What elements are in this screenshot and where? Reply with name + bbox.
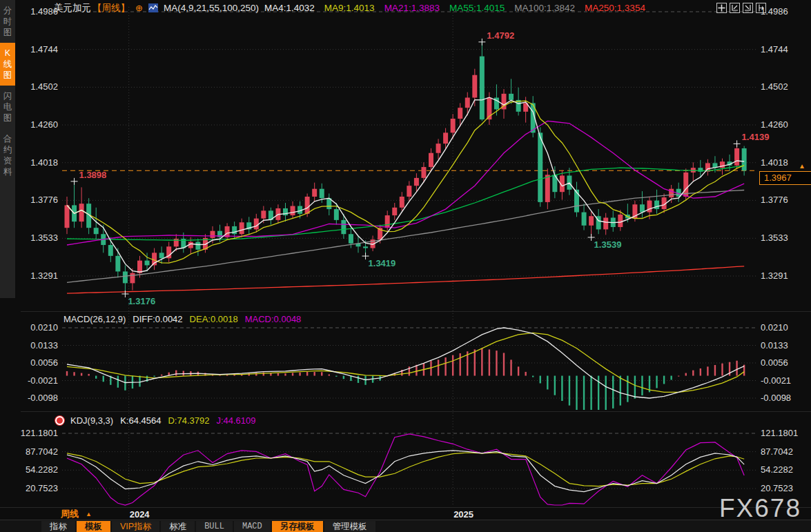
low-price-label: 1.3176 [128,296,155,306]
period-arrow-icon: ▲ [86,511,92,518]
ma-value-label: MA250:1.3354 [585,3,645,13]
high-price-label: 1.4792 [487,30,514,41]
ma-value-label: MA9:1.4013 [324,3,375,13]
axis-tick-label: 0.0133 [761,340,805,351]
axis-tick-label: 20.7523 [761,483,805,493]
ma-indicator-icon [148,3,158,12]
fit-left-icon[interactable] [730,3,740,13]
axis-tick-label: 1.4502 [761,81,805,92]
macd-value-label: DIFF:0.0042 [133,314,182,324]
axis-tick-label: 1.3533 [19,233,58,243]
axis-tick-label: 1.4744 [19,44,58,55]
axis-tick-label: -0.0098 [761,393,805,403]
chart-toolbar [716,3,766,13]
axis-tick-label: 1.3291 [761,270,805,281]
pan-icon[interactable] [716,3,727,13]
bottom-tab-bar: 指标模板VIP指标标准BULLMACD另存模板管理模板 [0,520,811,532]
ma-value-label: MA55:1.4015 [449,3,505,13]
low-price-label: 1.3419 [369,258,396,268]
tabs: 指标模板VIP指标标准BULLMACD另存模板管理模板 [41,521,377,532]
high-price-label: 1.4139 [742,132,770,142]
sidebar-item-view[interactable]: 合约资料 [0,128,15,182]
period-label: 周线 [61,508,79,520]
ma-value-label: MA100:1.3842 [514,3,575,13]
tab-MACD[interactable]: MACD [234,521,271,532]
axis-tick-label: 54.2282 [761,464,805,475]
macd-title: MACD(26,12,9) [63,314,126,324]
kdj-header: KDJ(9,3,3) K:64.4564D:74.3792J:44.6109 [70,415,256,426]
kdj-value-label: D:74.3792 [168,415,209,426]
watermark: FX678 [719,494,801,523]
axis-tick-label: -0.0021 [761,375,805,386]
ma-params-label: MA(4,9,21,55,100,250) [164,3,259,13]
tab-标准[interactable]: 标准 [161,521,195,532]
axis-tick-label: 1.3291 [19,270,58,281]
axis-tick-label: 1.3776 [19,195,58,205]
axis-tick-label: 0.0056 [19,357,58,368]
macd-value-label: DEA:0.0018 [190,314,238,324]
axis-tick-label: 87.7042 [761,446,805,457]
sidebar-item-view[interactable]: 闪电图 [0,86,15,128]
price-up-arrow-icon: ▲ [799,162,805,170]
axis-tick-label: 1.4986 [761,6,805,17]
axis-tick-label: 20.7523 [19,483,58,493]
tab-BULL[interactable]: BULL [196,521,233,532]
kdj-value-label: J:44.6109 [216,415,255,426]
axis-tick-label: -0.0098 [19,393,58,403]
kdj-title: KDJ(9,3,3) [70,415,113,426]
sidebar-item-label: K线图 [3,48,12,81]
axis-tick-label: 0.0210 [761,322,805,333]
axis-tick-label: -0.0021 [19,375,58,386]
high-price-label: 1.3898 [79,170,107,180]
axis-tick-label: 1.4986 [19,6,58,17]
axis-tick-label: 1.3533 [761,233,805,243]
tab-另存模板[interactable]: 另存模板 [272,521,323,532]
axis-tick-label: 1.4018 [19,157,58,168]
current-price-label: 1.3967 [759,171,811,185]
sidebar-item-label: 分时图 [3,5,12,38]
chart-canvas[interactable] [0,0,811,532]
axis-tick-label: 1.3776 [761,195,805,205]
sidebar-item-view[interactable]: 分时图 [0,0,15,43]
kdj-value-label: K:64.4564 [120,415,161,426]
year-label: 2025 [453,509,473,520]
chart-header: 美元加元【周线】 ⊕ MA(4,9,21,55,100,250) MA4:1.4… [54,2,645,14]
sidebar: 分时图K线图闪电图合约资料 [0,0,15,298]
axis-tick-label: 121.1801 [761,428,805,438]
axis-tick-label: 87.7042 [19,446,58,457]
tab-模板[interactable]: 模板 [77,521,110,532]
year-label: 2024 [130,509,150,520]
sidebar-item-label: 闪电图 [3,90,12,124]
period-selector[interactable]: 周线 ▲ [61,509,92,520]
axis-tick-label: 1.4744 [761,44,805,55]
axis-tick-label: 54.2282 [19,464,58,475]
x-axis-row: 周线 ▲ 20242025 [0,507,811,520]
sidebar-item-kline-active[interactable]: K线图 [0,43,15,86]
sidebar-item-label: 合约资料 [3,133,12,177]
macd-value-label: MACD:0.0048 [245,314,302,324]
axis-tick-label: 1.4502 [19,81,58,92]
symbol-title: 美元加元 [54,2,91,14]
axis-tick-label: 0.0210 [19,322,58,333]
axis-tick-label: 1.4260 [761,119,805,130]
tab-管理模板[interactable]: 管理模板 [324,521,375,532]
period-tag: 【周线】 [92,2,130,14]
fit-right-icon[interactable] [743,3,753,13]
macd-header: MACD(26,12,9) DIFF:0.0042DEA:0.0018MACD:… [63,314,301,324]
axis-tick-label: 0.0133 [19,340,58,351]
axis-tick-label: 0.0056 [761,357,805,368]
tab-指标[interactable]: 指标 [41,521,75,532]
axis-tick-label: 121.1801 [19,428,58,438]
low-price-label: 1.3539 [594,239,622,250]
ma-values: MA4:1.4032MA9:1.4013MA21:1.3883MA55:1.40… [264,3,645,13]
indicator-marker-icon [57,417,63,424]
add-indicator-icon[interactable]: ⊕ [135,3,143,13]
trading-app-window: 分时图K线图闪电图合约资料 美元加元【周线】 ⊕ MA(4,9,21,55,10… [0,0,811,532]
axis-tick-label: 1.4260 [19,119,58,130]
ma-value-label: MA4:1.4032 [264,3,315,13]
ma-value-label: MA21:1.3883 [384,3,440,13]
tab-VIP指标[interactable]: VIP指标 [112,521,159,532]
